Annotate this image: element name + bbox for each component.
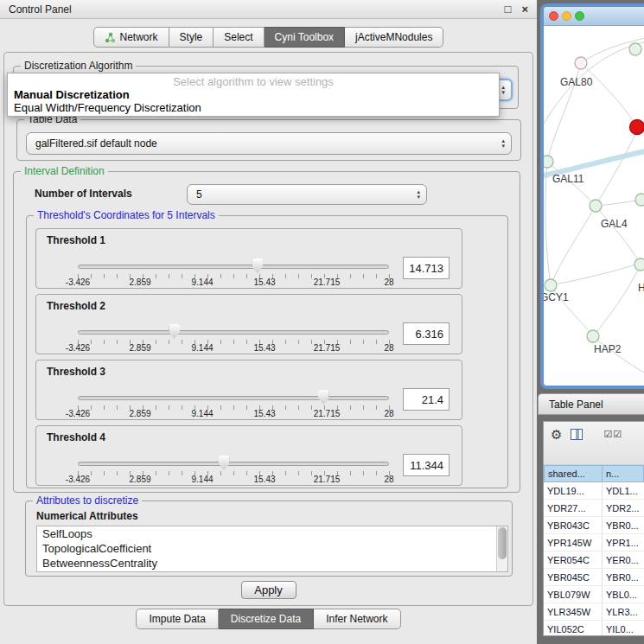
- table-row[interactable]: YLR345W YLR3...: [544, 603, 644, 621]
- gear-icon[interactable]: ⚙: [551, 428, 562, 441]
- column-header-shared-name[interactable]: shared...: [544, 465, 603, 482]
- scale-label: 21.715: [314, 475, 341, 484]
- list-scrollbar[interactable]: [496, 526, 507, 571]
- cell[interactable]: YIL052C: [544, 621, 603, 636]
- network-node[interactable]: [575, 57, 587, 69]
- selected-network-node[interactable]: [630, 120, 644, 135]
- network-window-titlebar[interactable]: [544, 7, 644, 26]
- scale-label: 15.43: [253, 277, 275, 287]
- list-item[interactable]: SelfLoops: [37, 526, 507, 541]
- checkbox-icons[interactable]: ☑☑: [603, 428, 622, 441]
- cell[interactable]: YDL19...: [544, 482, 603, 499]
- scale-label: 9.144: [191, 277, 213, 287]
- network-node[interactable]: [629, 43, 641, 55]
- tab-network[interactable]: Network: [93, 27, 169, 48]
- cell[interactable]: YER0...: [603, 552, 644, 568]
- cell[interactable]: YBR045C: [544, 569, 603, 585]
- table-row[interactable]: YDR27... YDR2...: [544, 500, 644, 517]
- threshold-label: Threshold 1: [47, 234, 105, 246]
- popup-option-equal-width-frequency[interactable]: Equal Width/Frequency Discretization: [8, 101, 499, 114]
- apply-button[interactable]: Apply: [241, 581, 296, 599]
- cell[interactable]: YBL079W: [544, 586, 603, 603]
- column-header-name[interactable]: n...: [603, 465, 644, 482]
- slider-thumb[interactable]: [318, 390, 329, 405]
- tab-select[interactable]: Select: [214, 27, 264, 48]
- scale-label: 28: [384, 277, 393, 287]
- threshold-2-value[interactable]: 6.316: [403, 322, 450, 345]
- list-item[interactable]: BetweennessCentrality: [37, 556, 507, 571]
- number-of-intervals-combo[interactable]: 5: [187, 184, 427, 205]
- close-traffic-light-icon[interactable]: [549, 11, 558, 21]
- tab-cyni-toolbox[interactable]: Cyni Toolbox: [265, 27, 345, 48]
- slider-track[interactable]: [78, 396, 389, 400]
- cell[interactable]: YLR3...: [603, 603, 644, 620]
- zoom-traffic-light-icon[interactable]: [575, 11, 584, 21]
- minimize-traffic-light-icon[interactable]: [562, 11, 571, 21]
- tab-style[interactable]: Style: [169, 27, 214, 48]
- table-row[interactable]: YBR045C YBR0...: [544, 569, 644, 586]
- tab-infer-network[interactable]: Infer Network: [314, 609, 400, 629]
- cell[interactable]: YER054C: [544, 552, 603, 568]
- close-icon[interactable]: ×: [521, 3, 528, 15]
- table-panel-header[interactable]: Table Panel: [538, 393, 644, 415]
- network-node[interactable]: [544, 156, 553, 168]
- cell[interactable]: YBL0...: [603, 586, 644, 603]
- list-item[interactable]: TopologicalCoefficient: [37, 541, 507, 556]
- numerical-attributes-list[interactable]: SelfLoops TopologicalCoefficient Between…: [36, 526, 508, 572]
- attributes-to-discretize-group: Attributes to discretize Numerical Attri…: [25, 501, 513, 577]
- cell[interactable]: YPR1...: [603, 534, 644, 551]
- node-label: GCY1: [544, 291, 569, 303]
- threshold-4-slider[interactable]: [78, 459, 389, 471]
- threshold-2-slider[interactable]: [78, 328, 389, 340]
- columns-icon[interactable]: [571, 429, 583, 440]
- network-node[interactable]: [634, 258, 644, 271]
- cell[interactable]: YBR0...: [603, 517, 644, 533]
- table-panel-title: Table Panel: [549, 399, 603, 411]
- tab-label: Discretize Data: [231, 613, 301, 625]
- cell[interactable]: YBR0...: [603, 569, 644, 585]
- slider-thumb[interactable]: [169, 324, 180, 339]
- slider-thumb[interactable]: [219, 456, 230, 470]
- table-row[interactable]: YBL079W YBL0...: [544, 586, 644, 603]
- slider-thumb[interactable]: [252, 258, 263, 273]
- slider-scale: -3.426 2.859 9.144 15.43 21.715 28: [78, 277, 389, 288]
- scrollbar-thumb[interactable]: [498, 527, 507, 559]
- cell[interactable]: YLR345W: [544, 603, 603, 620]
- table-row[interactable]: YDL19... YDL1...: [544, 482, 644, 500]
- slider-track[interactable]: [78, 462, 389, 466]
- cell[interactable]: YBR043C: [544, 517, 603, 533]
- tab-label: Style: [180, 31, 203, 43]
- network-canvas[interactable]: GAL80 GAL11 GAL4 GCY1 HAP2 H: [544, 26, 644, 389]
- popup-option-manual-discretization[interactable]: Manual Discretization: [8, 88, 499, 101]
- tab-discretize-data[interactable]: Discretize Data: [219, 609, 314, 629]
- slider-track[interactable]: [78, 265, 389, 269]
- table-data-combo-value: galFiltered.sif default node: [35, 137, 157, 150]
- threshold-3-slider[interactable]: [78, 393, 389, 405]
- stepper-icon: [417, 189, 420, 200]
- slider-track[interactable]: [78, 330, 389, 335]
- network-node[interactable]: [590, 200, 602, 212]
- network-node[interactable]: [635, 194, 644, 206]
- tab-impute-data[interactable]: Impute Data: [136, 609, 218, 629]
- table-row[interactable]: YBR043C YBR0...: [544, 517, 644, 534]
- network-node[interactable]: [587, 330, 599, 342]
- slider-scale: -3.426 2.859 9.144 15.43 21.715 28: [78, 343, 389, 354]
- tab-label: Cyni Toolbox: [275, 31, 334, 43]
- threshold-4-value[interactable]: 11.344: [403, 454, 450, 476]
- table-data-combo[interactable]: galFiltered.sif default node: [26, 132, 512, 155]
- cell[interactable]: YIL0...: [603, 621, 644, 636]
- network-node[interactable]: [545, 279, 557, 291]
- table-row[interactable]: YER054C YER0...: [544, 552, 644, 569]
- table-row[interactable]: YPR145W YPR1...: [544, 534, 644, 552]
- float-window-icon[interactable]: □: [505, 3, 512, 15]
- cell[interactable]: YPR145W: [544, 534, 603, 551]
- cell[interactable]: YDL1...: [603, 482, 644, 499]
- tab-jactivemnodules[interactable]: jActiveMNodules: [345, 27, 443, 48]
- cell[interactable]: YDR2...: [603, 500, 644, 516]
- table-body: YDL19... YDL1... YDR27... YDR2... YBR043…: [544, 482, 644, 636]
- threshold-1-slider[interactable]: [78, 262, 389, 274]
- threshold-1-value[interactable]: 14.713: [403, 257, 450, 279]
- cell[interactable]: YDR27...: [544, 500, 603, 516]
- threshold-3-value[interactable]: 21.4: [403, 388, 450, 411]
- table-row[interactable]: YIL052C YIL0...: [544, 621, 644, 636]
